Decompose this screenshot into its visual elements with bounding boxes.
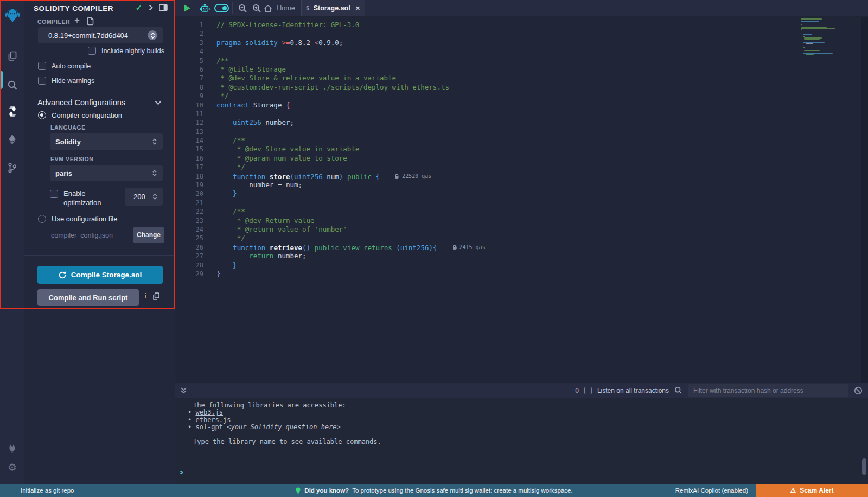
code-line[interactable]: 2 [175, 29, 868, 38]
add-compiler-icon[interactable]: + [74, 15, 80, 26]
tab-storage-sol[interactable]: S Storage.sol ✕ [301, 0, 365, 16]
terminal-text-line: Type the library name to see available c… [175, 438, 868, 445]
language-select[interactable]: Solidity [50, 133, 163, 150]
code-line[interactable]: 28 } [175, 261, 868, 270]
copilot-status[interactable]: RemixAI Copilot (enabled) [675, 487, 748, 494]
collapse-terminal-icon[interactable] [180, 387, 187, 394]
hide-warnings-checkbox[interactable] [38, 77, 46, 85]
compiler-config-radio[interactable] [38, 111, 46, 119]
info-icon[interactable]: i [143, 292, 148, 300]
code-line[interactable]: 15 * @dev Store value in variable [175, 145, 868, 154]
line-number: 24 [175, 225, 205, 234]
code-editor[interactable]: 1// SPDX-License-Identifier: GPL-3.023pr… [175, 17, 868, 383]
scam-alert-badge[interactable]: ⚠ Scam Alert [756, 484, 868, 497]
evm-version-select[interactable]: paris [50, 165, 163, 181]
code-line[interactable]: 14 /** [175, 136, 868, 145]
terminal-search-icon[interactable] [674, 386, 682, 394]
ai-copilot-robot-icon[interactable] [197, 0, 212, 16]
code-line[interactable]: 10contract Storage { [175, 101, 868, 110]
plugin-manager-icon[interactable] [0, 438, 24, 457]
compiler-config-label: Compiler configuration [52, 111, 122, 119]
code-line[interactable]: 7 * @dev Store & retrieve value in a var… [175, 74, 868, 82]
terminal-prompt[interactable]: > [175, 469, 868, 476]
optimization-runs-input[interactable]: 200 [125, 188, 163, 206]
git-init-button[interactable]: Initialize as git repo [21, 487, 74, 494]
code-line[interactable]: 24 * @return value of 'number' [175, 225, 868, 234]
code-line[interactable]: 9 */ [175, 92, 868, 100]
settings-gear-icon[interactable]: ⚙ [0, 458, 24, 476]
terminal-scrollbar-thumb[interactable] [862, 458, 866, 475]
git-branch-icon[interactable] [0, 158, 24, 177]
solidity-compiler-panel: SOLIDITY COMPILER ✓ COMPILER + 0.8.19+co… [24, 0, 175, 484]
file-explorer-icon[interactable] [0, 47, 24, 65]
line-number: 8 [175, 83, 205, 92]
deploy-run-icon[interactable] [0, 130, 24, 149]
compiler-version-select[interactable]: 0.8.19+commit.7dd6d404 [38, 27, 163, 43]
code-line[interactable]: 5/** [175, 56, 868, 65]
transaction-filter-input[interactable] [688, 384, 848, 397]
icon-sidebar: ⚙ [0, 0, 24, 484]
code-line[interactable]: 1// SPDX-License-Identifier: GPL-3.0 [175, 21, 868, 29]
chevron-right-icon[interactable] [148, 4, 154, 11]
code-line[interactable]: 6 * @title Storage [175, 65, 868, 74]
minimap-line [806, 54, 814, 55]
use-config-file-radio[interactable] [38, 215, 46, 223]
minimap-line [803, 42, 825, 43]
run-script-play-button[interactable] [179, 0, 195, 16]
close-tab-icon[interactable]: ✕ [355, 5, 360, 12]
code-line[interactable]: 22 /** [175, 207, 868, 216]
minimap-line [806, 43, 813, 44]
search-icon[interactable] [0, 76, 24, 94]
code-line[interactable]: 27 return number; [175, 252, 868, 260]
runs-stepper-icon[interactable] [152, 194, 157, 200]
enable-optimization-checkbox[interactable] [50, 190, 58, 198]
code-line[interactable]: 29} [175, 270, 868, 278]
code-line[interactable]: 4 [175, 47, 868, 56]
code-line[interactable]: 23 * @dev Return value [175, 216, 868, 225]
code-text: * @return value of 'number' [216, 225, 347, 234]
evm-version-value: paris [55, 169, 72, 177]
compile-button-label: Compile Storage.sol [71, 271, 142, 279]
minimap-line [803, 36, 805, 37]
code-line[interactable]: 16 * @param num value to store [175, 154, 868, 163]
code-line[interactable]: 18 function store(uint256 num) public {2… [175, 172, 868, 181]
remix-logo[interactable] [0, 4, 24, 26]
open-file-icon[interactable] [86, 17, 94, 26]
status-bar: Initialize as git repo Did you know? To … [0, 484, 868, 497]
code-line[interactable]: 3pragma solidity >=0.8.2 <0.9.0; [175, 39, 868, 47]
code-line[interactable]: 11 [175, 110, 868, 118]
copy-icon[interactable] [152, 292, 159, 300]
code-line[interactable]: 13 [175, 128, 868, 136]
copilot-toggle[interactable] [213, 0, 230, 16]
code-text: * @param num value to store [216, 154, 347, 163]
code-line[interactable]: 25 */ [175, 234, 868, 243]
solidity-compiler-icon[interactable] [0, 102, 24, 120]
minimap[interactable] [801, 18, 860, 58]
clear-console-icon[interactable] [854, 386, 863, 395]
compile-button[interactable]: Compile Storage.sol [37, 266, 163, 284]
use-config-file-label: Use configuration file [52, 215, 117, 223]
code-line[interactable]: 21 [175, 199, 868, 207]
library-link[interactable]: ethers.js [195, 416, 231, 424]
compile-and-run-button[interactable]: Compile and Run script [37, 289, 139, 306]
tab-home[interactable]: Home [256, 0, 303, 16]
pin-panel-icon[interactable] [159, 4, 168, 11]
code-line[interactable]: 12 uint256 number; [175, 118, 868, 127]
listen-transactions-checkbox[interactable] [584, 387, 592, 394]
code-line[interactable]: 8 * @custom:dev-run-script ./scripts/dep… [175, 83, 868, 92]
auto-compile-checkbox[interactable] [38, 62, 46, 70]
chevron-down-icon[interactable] [155, 100, 162, 105]
line-number: 10 [175, 101, 205, 110]
advanced-configurations-header[interactable]: Advanced Configurations [37, 98, 125, 107]
include-nightly-checkbox[interactable] [88, 47, 96, 55]
code-line[interactable]: 17 */ [175, 163, 868, 171]
change-config-button[interactable]: Change [133, 227, 164, 243]
minimap-line [804, 52, 805, 53]
code-line[interactable]: 26 function retrieve() public view retur… [175, 243, 868, 252]
zoom-out-icon[interactable] [235, 0, 250, 16]
minimap-line [801, 21, 819, 22]
code-line[interactable]: 20 } [175, 189, 868, 198]
code-line[interactable]: 19 number = num; [175, 181, 868, 189]
library-link[interactable]: web3.js [195, 409, 223, 416]
scam-alert-label: Scam Alert [800, 487, 833, 494]
